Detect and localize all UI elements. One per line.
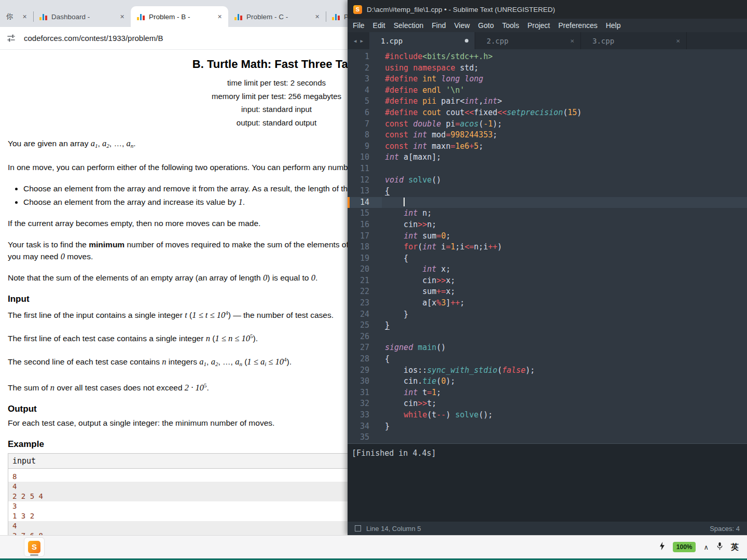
code-line[interactable]: }: [382, 320, 747, 331]
sublime-titlebar[interactable]: S D:\acm\#temp_file\1.cpp • - Sublime Te…: [348, 0, 747, 19]
line-number: 14: [348, 197, 382, 208]
codeforces-favicon: [39, 13, 47, 20]
code-line[interactable]: cin>>t;: [382, 398, 747, 410]
code-line[interactable]: using namespace std;: [382, 63, 747, 74]
line-number: 21: [348, 275, 382, 287]
browser-tab[interactable]: Problem - B -×: [131, 6, 228, 27]
tab-scroll-arrows[interactable]: ◀▶: [348, 32, 369, 49]
menu-item-goto[interactable]: Goto: [474, 21, 498, 30]
line-number: 17: [348, 231, 382, 242]
sublime-tabbar-tabs: 1.cpp2.cpp×3.cpp×: [369, 32, 687, 49]
line-number: 28: [348, 354, 382, 365]
indent-setting-text[interactable]: Spaces: 4: [710, 525, 740, 533]
battery-level-badge[interactable]: 100%: [673, 542, 696, 552]
site-info-tune-icon[interactable]: [6, 33, 16, 43]
line-number: 5: [348, 96, 382, 107]
code-line[interactable]: [382, 197, 747, 208]
line-number: 18: [348, 242, 382, 253]
line-number: 19: [348, 253, 382, 264]
tab-close-icon[interactable]: ×: [215, 12, 224, 21]
line-number: 15: [348, 208, 382, 219]
system-tray: 100% ∧ 英: [659, 542, 747, 553]
code-line[interactable]: const int maxn=1e6+5;: [382, 141, 747, 152]
tab-close-icon[interactable]: ×: [676, 37, 680, 45]
browser-tab[interactable]: Dashboard -×: [33, 6, 131, 27]
line-number: 22: [348, 286, 382, 298]
line-number: 35: [348, 432, 382, 443]
codeforces-favicon: [234, 13, 242, 20]
code-line[interactable]: const int mod=998244353;: [382, 130, 747, 141]
menu-item-edit[interactable]: Edit: [369, 21, 390, 30]
menu-item-tools[interactable]: Tools: [498, 21, 523, 30]
code-line[interactable]: {: [382, 253, 747, 264]
code-line[interactable]: }: [382, 309, 747, 320]
menu-item-file[interactable]: File: [349, 21, 369, 30]
code-line[interactable]: int n;: [382, 208, 747, 219]
code-line[interactable]: [382, 432, 747, 443]
menu-item-view[interactable]: View: [450, 21, 474, 30]
line-number: 1: [348, 51, 382, 63]
menu-item-project[interactable]: Project: [523, 21, 555, 30]
code-line[interactable]: a[x%3]++;: [382, 298, 747, 309]
text-cursor: [404, 198, 405, 206]
browser-tab[interactable]: 你×: [0, 6, 33, 27]
address-bar-url[interactable]: codeforces.com/contest/1933/problem/B: [24, 34, 163, 43]
code-line[interactable]: {: [382, 354, 747, 365]
file-tab-title: 3.cpp: [592, 37, 676, 45]
code-line[interactable]: int t=1;: [382, 387, 747, 399]
sublime-tab[interactable]: 2.cpp×: [475, 32, 581, 49]
tab-prev-icon[interactable]: ◀: [354, 38, 356, 44]
tab-close-icon[interactable]: ×: [570, 37, 574, 45]
menu-item-selection[interactable]: Selection: [390, 21, 428, 30]
code-line[interactable]: #include<bits/stdc++.h>: [382, 51, 747, 63]
menu-item-help[interactable]: Help: [602, 21, 625, 30]
status-context-icon[interactable]: [355, 525, 361, 531]
code-line[interactable]: cin.tie(0);: [382, 376, 747, 387]
line-number: 32: [348, 398, 382, 410]
sublime-tab[interactable]: 3.cpp×: [581, 32, 687, 49]
line-number: 11: [348, 163, 382, 175]
build-output-panel: [Finished in 4.4s]: [348, 443, 747, 522]
line-number: 6: [348, 107, 382, 119]
code-line[interactable]: #define int long long: [382, 74, 747, 85]
editor-gutter: 1234567891011121314151617181920212223242…: [348, 51, 382, 443]
tab-title: Problem - C -: [246, 13, 311, 21]
code-line[interactable]: ios::sync_with_stdio(false);: [382, 365, 747, 376]
code-line[interactable]: sum+=x;: [382, 286, 747, 298]
code-line[interactable]: int sum=0;: [382, 231, 747, 242]
microphone-icon[interactable]: [716, 542, 723, 553]
tab-close-icon[interactable]: ×: [313, 12, 322, 21]
code-line[interactable]: #define cout cout<<fixed<<setprecision(1…: [382, 107, 747, 119]
code-line[interactable]: cin>>x;: [382, 275, 747, 287]
code-line[interactable]: while(t--) solve();: [382, 410, 747, 421]
code-line[interactable]: {: [382, 186, 747, 197]
code-line[interactable]: [382, 163, 747, 175]
code-line[interactable]: for(int i=1;i<=n;i++): [382, 242, 747, 253]
code-line[interactable]: }: [382, 421, 747, 432]
code-line[interactable]: signed main(): [382, 342, 747, 354]
power-charging-icon[interactable]: [659, 542, 665, 552]
code-line[interactable]: const double pi=acos(-1);: [382, 119, 747, 130]
ime-language-indicator[interactable]: 英: [731, 542, 739, 552]
sublime-tab[interactable]: 1.cpp: [369, 32, 475, 49]
browser-tab[interactable]: Problem - C -×: [228, 6, 326, 27]
code-line[interactable]: #define pii pair<int,int>: [382, 96, 747, 107]
code-line[interactable]: int x;: [382, 264, 747, 275]
code-line[interactable]: cin>>n;: [382, 219, 747, 231]
sublime-window-title: D:\acm\#temp_file\1.cpp • - Sublime Text…: [367, 6, 555, 13]
menu-item-find[interactable]: Find: [427, 21, 450, 30]
tray-expand-chevron-icon[interactable]: ∧: [703, 543, 709, 551]
taskbar-sublime-button[interactable]: S: [24, 537, 45, 557]
tab-next-icon[interactable]: ▶: [361, 38, 363, 44]
tab-close-icon[interactable]: ×: [118, 12, 127, 21]
code-line[interactable]: void solve(): [382, 175, 747, 186]
tab-close-icon[interactable]: ×: [20, 12, 29, 21]
code-line[interactable]: int a[maxn];: [382, 152, 747, 163]
code-line[interactable]: [382, 331, 747, 343]
code-line[interactable]: #define endl '\n': [382, 85, 747, 96]
sublime-editor[interactable]: 1234567891011121314151617181920212223242…: [348, 49, 747, 443]
menu-item-preferences[interactable]: Preferences: [554, 21, 601, 30]
line-number: 23: [348, 298, 382, 309]
sublime-tabbar: ◀▶ 1.cpp2.cpp×3.cpp×: [348, 32, 747, 49]
editor-code[interactable]: #include<bits/stdc++.h>using namespace s…: [382, 51, 747, 443]
